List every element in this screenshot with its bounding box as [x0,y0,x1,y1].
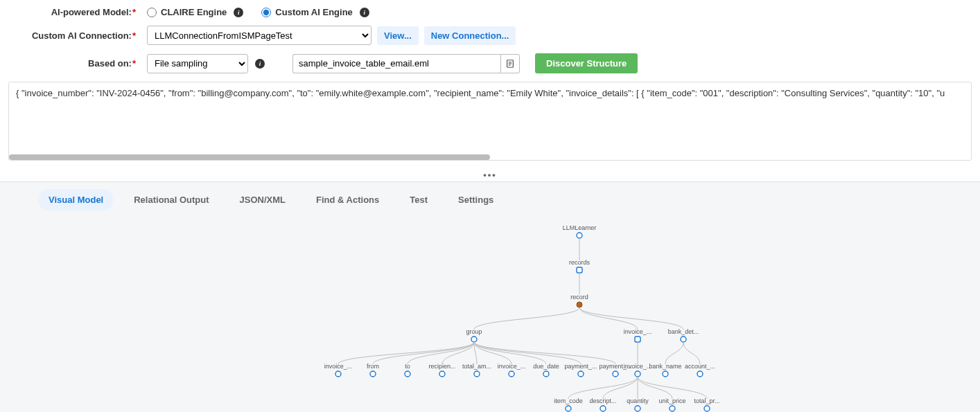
svg-text:group: group [466,328,482,335]
svg-point-45 [704,406,710,411]
svg-point-29 [543,371,549,377]
discover-structure-button[interactable]: Discover Structure [535,53,638,73]
info-icon[interactable]: i [255,59,265,69]
svg-text:item_code: item_code [554,397,583,404]
json-preview-panel[interactable]: { "invoice_number": "INV-2024-0456", "fr… [8,82,972,161]
new-connection-button[interactable]: New Connection... [424,26,516,45]
tab-relational-output[interactable]: Relational Output [124,189,218,211]
based-on-select[interactable]: File sampling [147,54,248,73]
custom-engine-text: Custom AI Engine [275,7,352,17]
info-icon[interactable]: i [234,8,243,17]
visual-model-diagram[interactable]: LLMLearnerrecordsrecordgroupinvoice_...b… [0,211,980,412]
svg-text:bank_name: bank_name [649,363,681,370]
svg-point-15 [681,337,686,342]
tab-visual-model[interactable]: Visual Model [39,189,113,211]
svg-rect-13 [635,337,640,342]
svg-point-43 [670,406,675,411]
connection-select[interactable]: LLMConnectionFromISMPageTest [147,26,371,45]
svg-text:unit_price: unit_price [658,397,685,404]
horizontal-scrollbar[interactable] [9,154,490,160]
svg-point-35 [635,371,640,377]
svg-point-41 [635,406,640,411]
custom-engine-radio[interactable] [261,8,271,17]
svg-point-17 [335,371,341,377]
svg-text:invoice_...: invoice_... [498,363,526,370]
svg-point-27 [509,371,514,377]
tab-settings[interactable]: Settings [448,189,503,211]
svg-point-23 [439,371,445,377]
view-button[interactable]: View... [377,26,419,45]
svg-text:total_pr...: total_pr... [694,397,719,404]
custom-connection-label: Custom AI Connection:* [8,30,147,41]
claire-engine-radio-label[interactable]: CLAIRE Engine [147,7,227,17]
svg-point-39 [600,406,606,411]
tab-find-actions[interactable]: Find & Actions [306,189,389,211]
svg-point-11 [471,337,477,342]
svg-text:total_am...: total_am... [462,363,491,370]
custom-engine-radio-label[interactable]: Custom AI Engine [261,7,352,17]
claire-engine-radio[interactable] [147,8,157,17]
browse-file-button[interactable] [500,54,520,73]
tab-test[interactable]: Test [400,189,437,211]
svg-text:bank_det...: bank_det... [668,328,699,335]
ai-model-label: AI-powered Model:* [8,7,147,17]
svg-text:record: record [570,294,588,301]
based-on-label: Based on:* [8,58,147,69]
document-icon [505,59,515,69]
svg-text:account_...: account_... [685,363,715,370]
svg-point-5 [577,233,582,238]
svg-text:recipien...: recipien... [428,363,455,370]
svg-text:due_date: due_date [533,363,559,370]
svg-point-33 [613,371,618,377]
svg-text:invoice_...: invoice_... [624,328,652,335]
svg-text:records: records [569,259,590,266]
svg-text:quantity: quantity [627,397,649,404]
svg-point-49 [697,371,703,377]
svg-text:invoice_...: invoice_... [624,363,652,370]
svg-point-21 [405,371,410,377]
svg-point-37 [566,406,571,411]
resize-grip[interactable]: ••• [0,168,980,181]
svg-text:invoice_...: invoice_... [324,363,353,370]
svg-text:descript...: descript... [589,397,616,404]
svg-text:from: from [367,363,379,370]
svg-rect-7 [577,267,582,273]
svg-text:to: to [405,363,410,370]
svg-point-25 [474,371,480,377]
tab-json-xml[interactable]: JSON/XML [230,189,295,211]
svg-point-9 [577,302,582,307]
svg-point-47 [663,371,668,377]
svg-point-31 [578,371,584,377]
tabs: Visual Model Relational Output JSON/XML … [0,182,980,211]
svg-point-19 [370,371,376,377]
sample-file-input[interactable] [292,54,500,73]
svg-text:payment_...: payment_... [564,363,597,370]
info-icon[interactable]: i [360,8,369,17]
json-preview-text: { "invoice_number": "INV-2024-0456", "fr… [16,88,945,98]
claire-engine-text: CLAIRE Engine [161,7,227,17]
svg-text:LLMLearner: LLMLearner [563,224,597,231]
